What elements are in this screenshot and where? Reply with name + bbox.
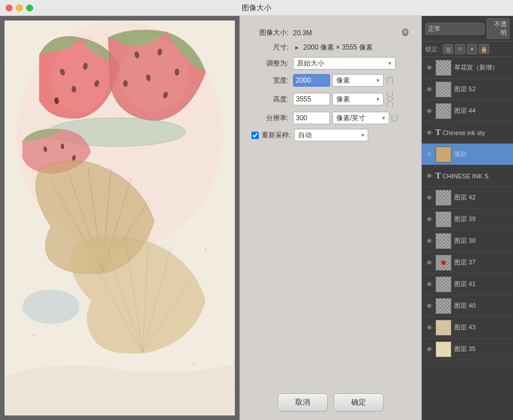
layer-visibility-toggle[interactable]: 👁 <box>424 344 434 354</box>
layer-visibility-toggle[interactable]: 👁 <box>424 84 434 95</box>
layer-visibility-toggle[interactable]: 👁 <box>424 236 434 246</box>
lock-all[interactable]: 🔒 <box>479 44 489 54</box>
layer-item[interactable]: 👁图层 41 <box>422 274 513 295</box>
titlebar: 图像大小 <box>0 0 513 16</box>
window-title: 图像大小 <box>242 3 271 13</box>
layer-thumbnail <box>435 233 451 249</box>
layer-item[interactable]: 👁图层 44 <box>422 100 513 122</box>
layer-item[interactable]: 👁图层 39 <box>422 209 513 230</box>
chain-icon-top <box>386 77 394 84</box>
cancel-button[interactable]: 取消 <box>278 393 328 411</box>
layer-item[interactable]: 👁落款 <box>422 144 513 165</box>
canvas-area <box>0 16 239 420</box>
lock-paint[interactable]: ✎ <box>455 44 465 54</box>
layer-item[interactable]: 👁图层 38 <box>422 230 513 252</box>
layer-visibility-toggle[interactable]: 👁 <box>424 323 434 333</box>
chain-icon-mid <box>386 91 394 107</box>
blend-mode-dropdown[interactable]: 正常 <box>425 23 484 35</box>
resolution-row: 分辨率: 像素/英寸 <box>251 112 410 124</box>
dimension-inputs: 宽度: 像素 高度: 像素 <box>251 74 410 112</box>
layer-thumbnail <box>435 81 451 97</box>
svg-point-15 <box>120 38 189 112</box>
layer-item[interactable]: 👁图层 40 <box>422 295 513 317</box>
layer-item[interactable]: 👁图层 52 <box>422 79 513 100</box>
layer-visibility-toggle[interactable]: 👁 <box>424 193 434 203</box>
width-input[interactable] <box>293 74 330 87</box>
height-input[interactable] <box>293 93 330 105</box>
layer-visibility-toggle[interactable]: 👁 <box>424 279 434 289</box>
resolution-unit-dropdown[interactable]: 像素/英寸 <box>332 112 389 124</box>
layers-header: 正常 不透明 <box>422 16 513 42</box>
resample-label: 重新采样: <box>262 131 291 140</box>
maximize-button[interactable] <box>26 5 33 11</box>
adjust-row: 调整为: 原始大小 <box>251 57 410 70</box>
svg-point-35 <box>33 335 35 336</box>
resolution-unit-value: 像素/英寸 <box>336 113 365 123</box>
layer-name: 图层 38 <box>454 236 511 245</box>
window-controls[interactable] <box>6 5 33 11</box>
width-unit-dropdown[interactable]: 像素 <box>332 74 384 87</box>
layer-name: 图层 42 <box>454 193 511 202</box>
resample-dropdown[interactable]: 自动 <box>294 129 368 141</box>
lock-move[interactable]: ✦ <box>467 44 477 54</box>
image-size-label: 图像大小: <box>251 28 288 38</box>
layer-name: CHINESE INK S <box>442 173 511 180</box>
image-size-row: 图像大小: 20.3M <box>251 27 410 38</box>
layer-item[interactable]: 👁图层 42 <box>422 187 513 209</box>
layer-visibility-toggle[interactable]: 👁 <box>424 106 434 116</box>
layer-name: 图层 44 <box>454 107 511 115</box>
layer-name: 落款 <box>454 150 511 158</box>
svg-point-33 <box>22 289 79 324</box>
resample-checkbox[interactable] <box>251 132 259 139</box>
layers-panel: 正常 不透明 锁定: ▥ ✎ ✦ 🔒 👁草花宣（新增）👁图层 52👁图层 44👁… <box>422 16 513 420</box>
layer-visibility-toggle[interactable]: 👁 <box>424 128 434 138</box>
layer-visibility-toggle[interactable]: 👁 <box>424 258 434 268</box>
layer-visibility-toggle[interactable]: 👁 <box>424 149 434 160</box>
layers-list[interactable]: 👁草花宣（新增）👁图层 52👁图层 44👁TChinese ink sty👁落款… <box>422 57 513 420</box>
svg-marker-37 <box>295 46 299 50</box>
main-layout: 图像大小: 20.3M 尺寸: 2000 像素 × 3555 像素 调整为: <box>0 16 513 420</box>
dimensions-row: 尺寸: 2000 像素 × 3555 像素 <box>251 43 410 52</box>
gear-icon[interactable] <box>401 27 410 36</box>
layer-thumbnail <box>435 298 451 314</box>
height-unit-value: 像素 <box>336 95 350 104</box>
layer-visibility-toggle[interactable]: 👁 <box>424 214 434 225</box>
layer-item[interactable]: 👁草花宣（新增） <box>422 57 513 79</box>
layer-type-icon: T <box>435 172 441 181</box>
minimize-button[interactable] <box>16 5 23 11</box>
svg-point-34 <box>205 248 207 251</box>
resolution-label: 分辨率: <box>251 113 288 123</box>
layer-visibility-toggle[interactable]: 👁 <box>424 171 434 181</box>
layer-name: 图层 35 <box>454 345 511 353</box>
layer-item[interactable]: 👁图层 37 <box>422 252 513 274</box>
layer-item[interactable]: 👁图层 43 <box>422 317 513 339</box>
layer-thumbnail <box>435 341 451 357</box>
height-unit-dropdown[interactable]: 像素 <box>332 93 384 105</box>
layer-visibility-toggle[interactable]: 👁 <box>424 63 434 73</box>
layer-thumbnail <box>435 211 451 227</box>
layers-lock-row: 锁定: ▥ ✎ ✦ 🔒 <box>422 42 513 57</box>
close-button[interactable] <box>6 5 13 11</box>
layer-name: 图层 37 <box>454 258 511 267</box>
dimension-toggle[interactable] <box>293 44 301 52</box>
canvas-image <box>5 21 235 415</box>
svg-point-19 <box>61 144 64 149</box>
lock-transparency[interactable]: ▥ <box>443 44 453 54</box>
adjust-dropdown[interactable]: 原始大小 <box>293 57 396 70</box>
dimension-value: 2000 像素 × 3555 像素 <box>303 43 373 52</box>
layer-item[interactable]: 👁图层 35 <box>422 339 513 360</box>
layer-thumbnail <box>435 320 451 336</box>
svg-point-14 <box>51 43 108 112</box>
height-input-group: 像素 <box>293 93 384 105</box>
lock-icons: ▥ ✎ ✦ 🔒 <box>443 44 489 54</box>
layer-item[interactable]: 👁TCHINESE INK S <box>422 165 513 187</box>
artwork-svg <box>5 21 235 415</box>
layer-name: 图层 52 <box>454 85 511 93</box>
layer-visibility-toggle[interactable]: 👁 <box>424 301 434 311</box>
chain-icon-bottom <box>392 115 400 121</box>
width-label: 宽度: <box>251 76 288 85</box>
ok-button[interactable]: 确定 <box>333 393 384 411</box>
layer-item[interactable]: 👁TChinese ink sty <box>422 122 513 144</box>
resolution-input[interactable] <box>293 112 330 124</box>
layer-name: 图层 43 <box>454 323 511 332</box>
